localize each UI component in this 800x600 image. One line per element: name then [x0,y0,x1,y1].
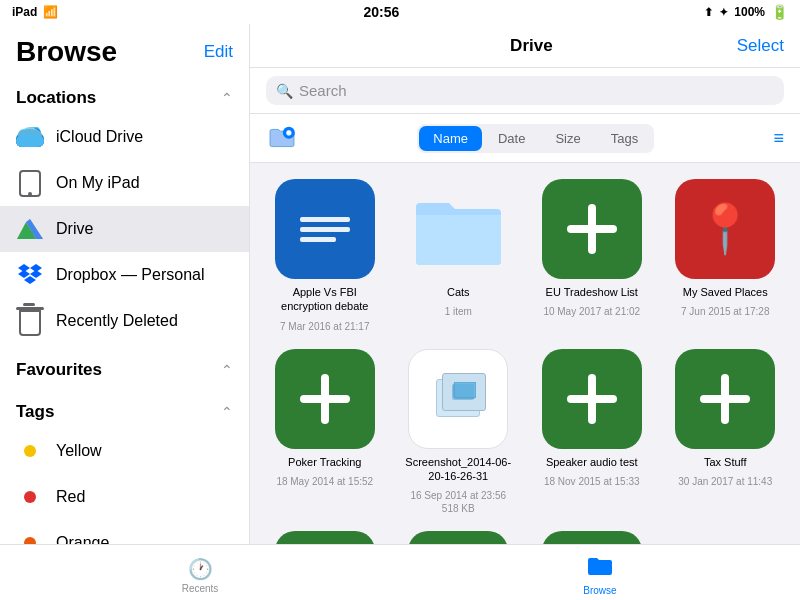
status-bar: iPad 📶 20:56 ⬆ ✦ 100% 🔋 [0,0,800,24]
sidebar-item-icloud[interactable]: iCloud Drive [0,114,249,160]
search-bar[interactable]: 🔍 Search [266,76,784,105]
file-icon-poker [275,349,375,449]
sidebar-item-dropbox[interactable]: Dropbox — Personal [0,252,249,298]
new-folder-icon [268,126,296,150]
svg-marker-20 [24,276,36,284]
status-left: iPad 📶 [12,5,58,19]
file-meta-eu-tradeshow: 10 May 2017 at 21:02 [543,305,640,318]
file-meta-poker: 18 May 2014 at 15:52 [276,475,373,488]
tags-section-header: Tags ⌃ [0,386,249,428]
recents-label: Recents [182,583,219,594]
yellow-label: Yellow [56,442,102,460]
red-tag-icon [16,483,44,511]
file-meta-my-saved-places: 7 Jun 2015 at 17:28 [681,305,769,318]
device-label: iPad [12,5,37,19]
sidebar-item-ipad[interactable]: On My iPad [0,160,249,206]
file-item-apple-fbi[interactable]: Apple Vs FBI encryption debate 7 Mar 201… [266,179,384,333]
file-name-tax: Tax Stuff [704,455,747,469]
file-name-cats: Cats [447,285,470,299]
locations-section-header: Locations ⌃ [0,72,249,114]
file-icon-11 [542,531,642,544]
file-item-11[interactable] [533,531,651,544]
file-meta-cats: 1 item [445,305,472,318]
file-name-speaker: Speaker audio test [546,455,638,469]
file-item-tax[interactable]: Tax Stuff 30 Jan 2017 at 11:43 [667,349,785,516]
favourites-section-header: Favourites ⌃ [0,344,249,386]
file-icon-screenshot [408,349,508,449]
deleted-label: Recently Deleted [56,312,178,330]
sidebar-item-yellow[interactable]: Yellow [0,428,249,474]
ipad-label: On My iPad [56,174,140,192]
toolbar-row: Name Date Size Tags ≡ [250,114,800,163]
file-icon-my-saved-places: 📍 [675,179,775,279]
wifi-icon: 📶 [43,5,58,19]
file-name-screenshot: Screenshot_2014-06-20-16-26-31 [400,455,518,484]
file-item-eu-tradeshow[interactable]: EU Tradeshow List 10 May 2017 at 21:02 [533,179,651,333]
file-item-cats[interactable]: Cats 1 item [400,179,518,333]
content-area: Drive Select 🔍 Search Name Date Si [250,24,800,544]
file-meta-speaker: 18 Nov 2015 at 15:33 [544,475,640,488]
file-icon-speaker [542,349,642,449]
sidebar-item-red[interactable]: Red [0,474,249,520]
main-container: Browse Edit Locations ⌃ [0,24,800,544]
sidebar-item-deleted[interactable]: Recently Deleted [0,298,249,344]
file-item-10[interactable] [400,531,518,544]
file-name-poker: Poker Tracking [288,455,361,469]
browse-folder-icon [587,555,613,583]
file-item-poker[interactable]: Poker Tracking 18 May 2014 at 15:52 [266,349,384,516]
svg-rect-23 [287,130,290,135]
search-bar-wrapper: 🔍 Search [250,68,800,114]
file-item-9[interactable] [266,531,384,544]
file-meta-apple-fbi: 7 Mar 2016 at 21:17 [280,320,370,333]
favourites-chevron-icon[interactable]: ⌃ [221,362,233,378]
file-item-my-saved-places[interactable]: 📍 My Saved Places 7 Jun 2015 at 17:28 [667,179,785,333]
status-time: 20:56 [363,4,399,20]
file-name-apple-fbi: Apple Vs FBI encryption debate [266,285,384,314]
tab-browse[interactable]: Browse [400,549,800,596]
list-view-icon[interactable]: ≡ [773,128,784,149]
file-name-my-saved-places: My Saved Places [683,285,768,299]
battery-label: 100% [734,5,765,19]
file-icon-tax [675,349,775,449]
drive-icon [16,215,44,243]
locations-chevron-icon[interactable]: ⌃ [221,90,233,106]
yellow-tag-icon [16,437,44,465]
file-name-eu-tradeshow: EU Tradeshow List [546,285,638,299]
search-icon: 🔍 [276,83,293,99]
bluetooth-icon: ✦ [719,6,728,19]
file-meta-screenshot: 16 Sep 2014 at 23:56 518 KB [410,489,506,515]
sidebar-item-drive[interactable]: Drive [0,206,249,252]
sidebar: Browse Edit Locations ⌃ [0,24,250,544]
status-right: ⬆ ✦ 100% 🔋 [704,4,788,20]
folder-svg [411,187,506,272]
sort-tags-tab[interactable]: Tags [597,126,652,151]
tab-recents[interactable]: 🕐 Recents [0,551,400,594]
sort-tabs: Name Date Size Tags [417,124,654,153]
file-icon-eu-tradeshow [542,179,642,279]
locations-label: Locations [16,88,96,108]
tab-bar: 🕐 Recents Browse [0,544,800,600]
sort-size-tab[interactable]: Size [541,126,594,151]
battery-icon: 🔋 [771,4,788,20]
icloud-label: iCloud Drive [56,128,143,146]
files-grid: Apple Vs FBI encryption debate 7 Mar 201… [250,163,800,544]
ipad-icon [16,169,44,197]
tags-chevron-icon[interactable]: ⌃ [221,404,233,420]
file-icon-9 [275,531,375,544]
trash-icon [16,307,44,335]
location-icon: ⬆ [704,6,713,19]
select-button[interactable]: Select [737,36,784,56]
file-item-speaker[interactable]: Speaker audio test 18 Nov 2015 at 15:33 [533,349,651,516]
file-icon-cats [408,179,508,279]
sidebar-item-orange[interactable]: Orange [0,520,249,544]
orange-tag-icon [16,529,44,544]
file-item-screenshot[interactable]: Screenshot_2014-06-20-16-26-31 16 Sep 20… [400,349,518,516]
sort-name-tab[interactable]: Name [419,126,482,151]
sort-date-tab[interactable]: Date [484,126,539,151]
browse-title: Browse [16,36,117,68]
new-folder-button[interactable] [266,122,298,154]
search-placeholder: Search [299,82,347,99]
content-title: Drive [510,36,553,56]
pin-icon: 📍 [695,205,755,253]
edit-button[interactable]: Edit [204,42,233,62]
